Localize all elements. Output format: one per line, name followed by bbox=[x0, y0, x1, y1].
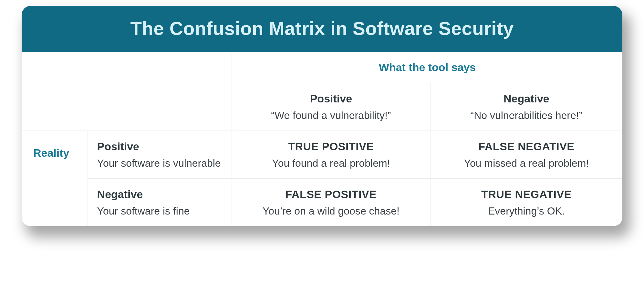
cell-true-positive: TRUE POSITIVE You found a real problem! bbox=[232, 131, 430, 179]
row-header-sub: Your software is fine bbox=[97, 205, 223, 217]
cell-title: FALSE POSITIVE bbox=[241, 188, 421, 201]
column-header-label: Negative bbox=[440, 92, 613, 105]
cell-sub: You missed a real problem! bbox=[440, 157, 613, 169]
cell-title: TRUE NEGATIVE bbox=[440, 188, 613, 201]
column-header-sub: “We found a vulnerability!” bbox=[241, 110, 421, 121]
cell-sub: You’re on a wild goose chase! bbox=[241, 205, 421, 217]
column-header-negative: Negative “No vulnerabilities here!” bbox=[430, 83, 622, 131]
confusion-matrix-card: The Confusion Matrix in Software Securit… bbox=[22, 6, 622, 226]
cell-sub: You found a real problem! bbox=[241, 157, 421, 169]
cell-sub: Everything’s OK. bbox=[440, 205, 613, 217]
rows-axis-title: Reality bbox=[22, 131, 88, 226]
corner-empty bbox=[22, 52, 232, 131]
cell-true-negative: TRUE NEGATIVE Everything’s OK. bbox=[430, 179, 622, 226]
cell-false-positive: FALSE POSITIVE You’re on a wild goose ch… bbox=[232, 179, 430, 226]
row-header-label: Positive bbox=[97, 140, 223, 153]
canvas: The Confusion Matrix in Software Securit… bbox=[0, 0, 644, 284]
row-header-label: Negative bbox=[97, 188, 223, 201]
columns-axis-title: What the tool says bbox=[232, 52, 622, 83]
column-header-label: Positive bbox=[241, 92, 421, 105]
cell-title: TRUE POSITIVE bbox=[241, 140, 421, 153]
row-header-positive: Positive Your software is vulnerable bbox=[88, 131, 232, 179]
card-title: The Confusion Matrix in Software Securit… bbox=[22, 6, 622, 52]
column-header-sub: “No vulnerabilities here!” bbox=[440, 110, 613, 121]
confusion-matrix-table: What the tool says Positive “We found a … bbox=[22, 52, 622, 226]
row-header-negative: Negative Your software is fine bbox=[88, 179, 232, 226]
cell-false-negative: FALSE NEGATIVE You missed a real problem… bbox=[430, 131, 622, 179]
column-header-positive: Positive “We found a vulnerability!” bbox=[232, 83, 430, 131]
row-header-sub: Your software is vulnerable bbox=[97, 157, 223, 169]
cell-title: FALSE NEGATIVE bbox=[440, 140, 613, 153]
